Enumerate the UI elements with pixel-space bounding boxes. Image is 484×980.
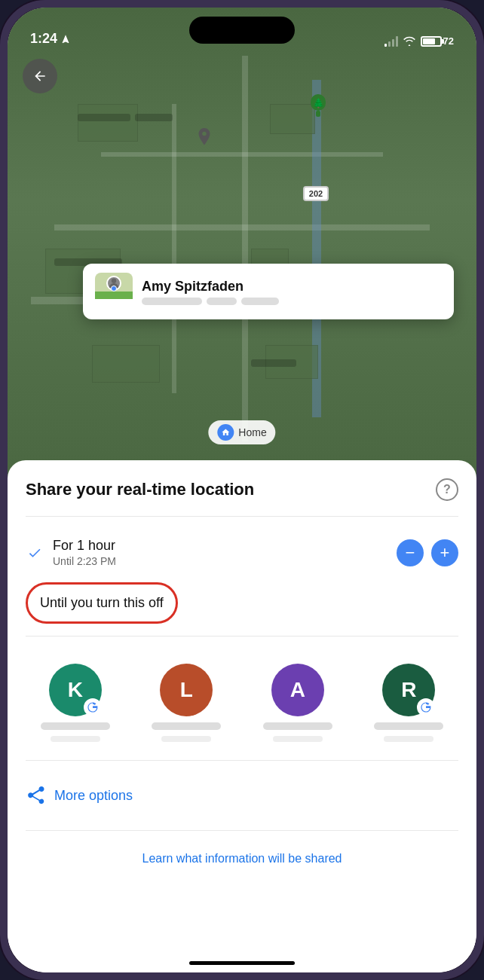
- home-text: Home: [238, 426, 266, 438]
- location-card-sublabel: [142, 298, 442, 305]
- location-card: Amy Spitzfaden: [83, 264, 454, 319]
- signal-icon: [384, 36, 398, 47]
- status-icons: 72: [384, 35, 454, 47]
- contact-item-l[interactable]: L: [137, 664, 237, 742]
- location-arrow-icon: [60, 34, 71, 44]
- contacts-row: K L: [26, 649, 458, 748]
- battery-indicator: 72: [421, 35, 454, 47]
- decrease-icon: −: [406, 545, 415, 561]
- dynamic-island: [189, 17, 295, 44]
- contact-avatar-k: K: [49, 664, 102, 716]
- svg-rect-2: [392, 39, 394, 47]
- divider-3: [26, 760, 458, 761]
- contact-initial-k: K: [68, 678, 83, 702]
- contact-name-l: [152, 722, 221, 730]
- more-options-row[interactable]: More options: [26, 773, 458, 818]
- help-button[interactable]: ?: [436, 478, 458, 501]
- tree-pin: 🌲: [308, 94, 329, 118]
- contact-initial-a: A: [290, 678, 305, 702]
- increase-icon: +: [440, 545, 450, 561]
- more-options-text: More options: [54, 788, 133, 804]
- avatar-dot: [111, 285, 117, 292]
- svg-rect-0: [384, 44, 387, 47]
- duration-sub-label: Until 2:23 PM: [53, 555, 397, 567]
- home-label: Home: [208, 420, 275, 444]
- back-button[interactable]: [23, 59, 57, 93]
- help-icon-text: ?: [443, 483, 451, 496]
- sublabel-pill-1: [142, 298, 202, 305]
- contact-initial-l: L: [180, 678, 193, 702]
- contact-item-r[interactable]: R: [360, 664, 459, 742]
- svg-rect-1: [388, 41, 391, 47]
- map-label-row-1: [78, 114, 173, 121]
- battery-box: [421, 36, 442, 47]
- contact-subname-r: [384, 736, 433, 742]
- battery-fill: [423, 38, 436, 44]
- location-card-info: Amy Spitzfaden: [142, 279, 442, 305]
- divider-4: [26, 830, 458, 831]
- road-sign: 202: [303, 186, 329, 201]
- contact-name-r: [374, 722, 443, 730]
- sheet-header: Share your real-time location ?: [26, 478, 458, 501]
- map-pin-1: [195, 128, 213, 151]
- svg-rect-3: [396, 36, 398, 47]
- check-icon: [26, 544, 44, 562]
- increase-duration-button[interactable]: +: [431, 539, 458, 566]
- contact-subname-k: [51, 736, 100, 742]
- divider-1: [26, 516, 458, 517]
- avatar-map-bg: [95, 273, 133, 299]
- duration-option-1hour[interactable]: For 1 hour Until 2:23 PM − +: [26, 529, 458, 576]
- svg-text:🌲: 🌲: [313, 97, 324, 108]
- building-block-1: [78, 104, 138, 142]
- sublabel-pill-3: [241, 298, 279, 305]
- contact-name-k: [41, 722, 110, 730]
- sublabel-pill-2: [207, 298, 237, 305]
- svg-point-7: [112, 279, 116, 283]
- avatar-map-green: [95, 292, 133, 300]
- home-icon: [217, 424, 234, 441]
- google-badge-k: [84, 698, 102, 716]
- contact-name-a: [263, 722, 332, 730]
- until-off-text: Until you turn this off: [40, 595, 164, 611]
- divider-2: [26, 636, 458, 637]
- bottom-sheet: Share your real-time location ? For 1 ho…: [8, 460, 476, 972]
- svg-rect-5: [316, 111, 320, 117]
- contact-avatar-a: A: [271, 664, 324, 716]
- map-label-row-3: [251, 359, 296, 367]
- phone-frame: 1:24: [0, 0, 484, 980]
- contact-subname-a: [273, 736, 323, 742]
- home-bar: [189, 961, 295, 965]
- contact-avatar-r: R: [382, 664, 435, 716]
- wifi-icon: [403, 36, 416, 47]
- contact-subname-l: [161, 736, 211, 742]
- until-off-option[interactable]: Until you turn this off: [26, 582, 178, 624]
- time-text: 1:24: [30, 31, 57, 47]
- contact-avatar-l: L: [160, 664, 213, 716]
- road-vertical-2: [172, 104, 176, 393]
- google-badge-r: [417, 698, 435, 716]
- location-card-avatar: [95, 273, 133, 310]
- decrease-duration-button[interactable]: −: [397, 539, 424, 566]
- info-link[interactable]: Learn what information will be shared: [26, 843, 458, 875]
- phone-inner: 1:24: [8, 8, 476, 972]
- road-vertical-1: [242, 56, 248, 441]
- status-time: 1:24: [30, 31, 71, 47]
- contact-initial-r: R: [401, 678, 416, 702]
- contact-item-k[interactable]: K: [26, 664, 125, 742]
- map-area: 🌲 202: [8, 8, 476, 490]
- share-icon: [26, 785, 47, 806]
- info-link-text: Learn what information will be shared: [142, 852, 342, 865]
- duration-controls: − +: [397, 539, 458, 566]
- duration-text-1hour: For 1 hour Until 2:23 PM: [53, 538, 397, 567]
- battery-level: 72: [443, 35, 454, 47]
- contact-item-a[interactable]: A: [248, 664, 348, 742]
- sheet-title: Share your real-time location: [26, 480, 254, 499]
- location-card-name: Amy Spitzfaden: [142, 279, 442, 295]
- duration-main-label: For 1 hour: [53, 538, 397, 554]
- back-arrow-icon: [32, 69, 47, 84]
- building-block-5: [92, 345, 160, 383]
